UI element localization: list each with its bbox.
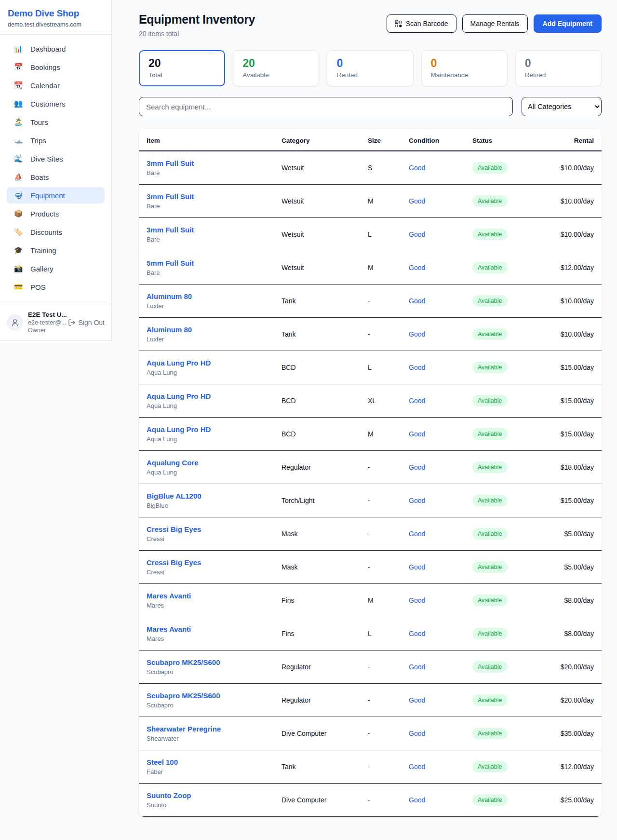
item-name-link[interactable]: BigBlue AL1200 <box>147 492 282 500</box>
item-name-link[interactable]: 3mm Full Suit <box>147 192 282 201</box>
item-cell: 3mm Full Suit Bare <box>147 159 282 176</box>
condition-link[interactable]: Good <box>409 663 472 671</box>
table-row: Aqualung Core Aqua Lung Regulator - Good… <box>139 451 602 484</box>
sidebar-item-discounts[interactable]: 🏷️ Discounts <box>7 224 105 240</box>
sidebar-item-customers[interactable]: 👥 Customers <box>7 95 105 112</box>
stat-value: 20 <box>242 57 309 70</box>
item-cell: BigBlue AL1200 BigBlue <box>147 492 282 509</box>
avatar <box>7 314 23 331</box>
condition-link[interactable]: Good <box>409 230 472 238</box>
add-equipment-button[interactable]: Add Equipment <box>534 14 602 33</box>
item-name-link[interactable]: Suunto Zoop <box>147 791 282 799</box>
item-name-link[interactable]: Shearwater Peregrine <box>147 725 282 733</box>
status-cell: Available <box>472 362 535 373</box>
condition-link[interactable]: Good <box>409 330 472 338</box>
status-cell: Available <box>472 595 535 606</box>
column-header-size: Size <box>368 137 409 144</box>
item-name-link[interactable]: Aluminum 80 <box>147 292 282 300</box>
item-name-link[interactable]: Aqua Lung Pro HD <box>147 425 282 434</box>
stat-label: Available <box>242 71 309 79</box>
item-name-link[interactable]: Cressi Big Eyes <box>147 558 282 567</box>
stat-card[interactable]: 20 Total <box>139 50 225 86</box>
item-name-link[interactable]: Steel 100 <box>147 758 282 766</box>
condition-link[interactable]: Good <box>409 297 472 305</box>
condition-link[interactable]: Good <box>409 596 472 604</box>
status-cell: Available <box>472 461 535 473</box>
condition-link[interactable]: Good <box>409 630 472 637</box>
status-badge: Available <box>472 461 508 473</box>
search-input[interactable] <box>139 97 513 116</box>
sidebar-item-bookings[interactable]: 📅 Bookings <box>7 59 105 75</box>
status-badge: Available <box>472 794 508 806</box>
condition-link[interactable]: Good <box>409 796 472 804</box>
category-cell: Dive Computer <box>282 796 368 804</box>
sidebar-item-products[interactable]: 📦 Products <box>7 205 105 222</box>
sidebar-item-pos[interactable]: 💳 POS <box>7 279 105 295</box>
item-name-link[interactable]: 5mm Full Suit <box>147 259 282 267</box>
item-name-link[interactable]: Aluminum 80 <box>147 325 282 334</box>
item-name-link[interactable]: Aqualung Core <box>147 459 282 467</box>
sidebar-item-label: Tours <box>30 118 48 126</box>
status-badge: Available <box>472 295 508 307</box>
condition-link[interactable]: Good <box>409 264 472 271</box>
item-name-link[interactable]: Aqua Lung Pro HD <box>147 392 282 400</box>
stat-value: 20 <box>148 57 215 70</box>
page-title-block: Equipment Inventory 20 items total <box>139 13 255 38</box>
condition-link[interactable]: Good <box>409 730 472 737</box>
stat-card[interactable]: 0 Maintenance <box>421 50 508 86</box>
condition-link[interactable]: Good <box>409 563 472 571</box>
item-brand: Luxfer <box>147 302 282 310</box>
status-cell: Available <box>472 794 535 806</box>
status-cell: Available <box>472 728 535 739</box>
item-brand: Scubapro <box>147 668 282 676</box>
category-select[interactable]: All Categories <box>522 97 602 116</box>
sidebar-item-dashboard[interactable]: 📊 Dashboard <box>7 41 105 57</box>
item-brand: Aqua Lung <box>147 435 282 443</box>
item-brand: Aqua Lung <box>147 402 282 409</box>
sidebar-item-tours[interactable]: 🏝️ Tours <box>7 114 105 130</box>
sidebar-item-label: Gallery <box>30 265 54 273</box>
size-cell: M <box>368 264 409 271</box>
item-name-link[interactable]: Scubapro MK25/S600 <box>147 658 282 666</box>
stat-card[interactable]: 0 Retired <box>515 50 602 86</box>
item-name-link[interactable]: Mares Avanti <box>147 625 282 633</box>
table-row: Aluminum 80 Luxfer Tank - Good Available… <box>139 285 602 318</box>
item-name-link[interactable]: Scubapro MK25/S600 <box>147 691 282 700</box>
condition-link[interactable]: Good <box>409 463 472 471</box>
item-brand: Suunto <box>147 801 282 809</box>
condition-link[interactable]: Good <box>409 197 472 205</box>
condition-link[interactable]: Good <box>409 164 472 172</box>
sidebar-item-dive-sites[interactable]: 🌊 Dive Sites <box>7 150 105 167</box>
condition-link[interactable]: Good <box>409 364 472 371</box>
item-name-link[interactable]: 3mm Full Suit <box>147 226 282 234</box>
item-name-link[interactable]: Mares Avanti <box>147 592 282 600</box>
condition-link[interactable]: Good <box>409 397 472 405</box>
sidebar-item-gallery[interactable]: 📸 Gallery <box>7 260 105 277</box>
manage-rentals-button[interactable]: Manage Rentals <box>462 14 528 33</box>
training-icon: 🎓 <box>13 246 23 255</box>
sidebar-item-boats[interactable]: ⛵ Boats <box>7 169 105 185</box>
manage-rentals-label: Manage Rentals <box>470 20 520 27</box>
stat-card[interactable]: 0 Rented <box>327 50 413 86</box>
condition-link[interactable]: Good <box>409 696 472 704</box>
scan-barcode-button[interactable]: Scan Barcode <box>387 14 456 33</box>
rental-cell: $35.00/day <box>535 730 594 737</box>
status-cell: Available <box>472 395 535 406</box>
item-name-link[interactable]: Cressi Big Eyes <box>147 525 282 533</box>
sidebar-item-equipment[interactable]: 🤿 Equipment <box>7 187 105 203</box>
discounts-icon: 🏷️ <box>13 228 23 236</box>
condition-link[interactable]: Good <box>409 430 472 438</box>
sign-out-button[interactable]: Sign Out <box>68 319 105 326</box>
condition-link[interactable]: Good <box>409 763 472 771</box>
stat-card[interactable]: 20 Available <box>233 50 319 86</box>
condition-link[interactable]: Good <box>409 497 472 504</box>
sidebar-item-calendar[interactable]: 📆 Calendar <box>7 77 105 94</box>
sidebar-item-training[interactable]: 🎓 Training <box>7 242 105 258</box>
sidebar-item-label: Bookings <box>30 63 60 71</box>
condition-link[interactable]: Good <box>409 530 472 538</box>
size-cell: - <box>368 563 409 571</box>
item-name-link[interactable]: Aqua Lung Pro HD <box>147 359 282 367</box>
sidebar-item-trips[interactable]: 🛥️ Trips <box>7 132 105 149</box>
item-name-link[interactable]: 3mm Full Suit <box>147 159 282 167</box>
person-icon <box>11 318 19 327</box>
